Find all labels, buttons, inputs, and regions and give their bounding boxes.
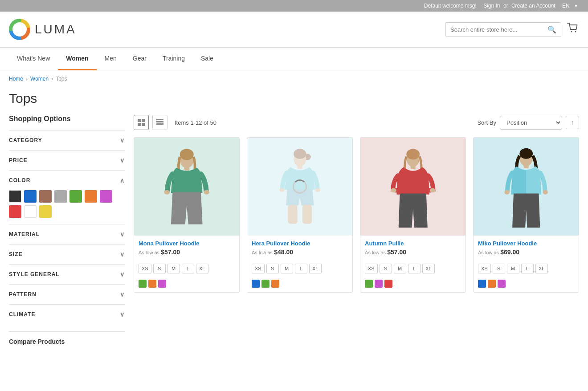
size-m-3[interactable]: M: [394, 264, 406, 273]
color-swatch-black[interactable]: [9, 190, 21, 203]
size-l-3[interactable]: L: [408, 264, 421, 273]
grid-view-button[interactable]: [134, 115, 149, 130]
cart-icon[interactable]: [567, 22, 579, 37]
nav-sale[interactable]: Sale: [193, 48, 221, 70]
product-color-green-1[interactable]: [139, 280, 147, 288]
color-swatch-brown[interactable]: [39, 190, 52, 203]
size-xs-2[interactable]: XS: [252, 264, 265, 273]
product-price-4: As low as $69.00: [478, 248, 574, 256]
size-l-4[interactable]: L: [521, 264, 534, 273]
size-s-2[interactable]: S: [266, 264, 279, 273]
product-color-purple-1[interactable]: [158, 280, 166, 288]
filter-price-header[interactable]: PRICE ∨: [9, 151, 125, 170]
size-xl-4[interactable]: XL: [535, 264, 548, 273]
filter-category-header[interactable]: CATEGORY ∨: [9, 130, 125, 150]
sort-select[interactable]: Position Product Name Price: [500, 116, 562, 130]
svg-rect-5: [138, 123, 141, 126]
main-nav: What's New Women Men Gear Training Sale: [0, 48, 588, 70]
svg-rect-8: [156, 121, 163, 122]
nav-whats-new[interactable]: What's New: [9, 48, 58, 70]
color-swatch-green[interactable]: [69, 190, 82, 203]
sign-in-link[interactable]: Sign In: [483, 3, 500, 9]
filter-color: COLOR ∧: [9, 170, 125, 224]
product-name-1[interactable]: Mona Pullover Hoodie: [139, 240, 235, 247]
size-s-1[interactable]: S: [153, 264, 166, 273]
product-color-green-3[interactable]: [365, 280, 373, 288]
size-xl-2[interactable]: XL: [309, 264, 322, 273]
product-name-3[interactable]: Autumn Pullie: [365, 240, 461, 247]
svg-point-23: [406, 149, 420, 159]
nav-men[interactable]: Men: [97, 48, 125, 70]
product-image-4: [474, 138, 579, 236]
size-xs-1[interactable]: XS: [139, 264, 151, 273]
product-card-4[interactable]: Miko Pullover Hoodie As low as $69.00 XS…: [473, 137, 579, 293]
product-card-3[interactable]: Autumn Pullie As low as $57.00 XS S M L …: [360, 137, 466, 293]
svg-point-28: [519, 148, 533, 159]
product-info-2: Hera Pullover Hoodie As low as $48.00: [247, 236, 352, 260]
search-input[interactable]: [450, 26, 547, 33]
toolbar: Items 1-12 of 50 Sort By Position Produc…: [134, 115, 579, 130]
product-name-4[interactable]: Miko Pullover Hoodie: [478, 240, 574, 247]
product-name-2[interactable]: Hera Pullover Hoodie: [252, 240, 348, 247]
product-color-purple-4[interactable]: [498, 280, 506, 288]
breadcrumb-women[interactable]: Women: [30, 76, 49, 82]
filter-pattern-header[interactable]: PATTERN ∨: [9, 285, 125, 304]
color-swatch-yellow[interactable]: [39, 205, 52, 218]
top-bar: Default welcome msg! Sign In or Create a…: [0, 0, 588, 12]
filter-climate-header[interactable]: CLIMATE ∨: [9, 305, 125, 324]
luma-logo-icon: [9, 19, 30, 40]
logo-area[interactable]: LUMA: [9, 19, 77, 40]
product-info-1: Mona Pullover Hoodie As low as $57.00: [134, 236, 239, 260]
sort-direction-button[interactable]: ↑: [566, 116, 579, 129]
size-xs-4[interactable]: XS: [478, 264, 491, 273]
size-m-1[interactable]: M: [167, 264, 180, 273]
size-m-2[interactable]: M: [281, 264, 293, 273]
create-account-link[interactable]: Create an Account: [511, 3, 555, 9]
product-card-1[interactable]: Mona Pullover Hoodie As low as $57.00 XS…: [134, 137, 240, 293]
size-xl-3[interactable]: XL: [422, 264, 435, 273]
size-s-4[interactable]: S: [493, 264, 505, 273]
product-color-purple-3[interactable]: [375, 280, 383, 288]
size-xl-1[interactable]: XL: [196, 264, 208, 273]
color-swatch-gray[interactable]: [54, 190, 67, 203]
product-area: Items 1-12 of 50 Sort By Position Produc…: [134, 115, 579, 345]
filter-size-header[interactable]: SIZE ∨: [9, 244, 125, 264]
filter-material-header[interactable]: MATERIAL ∨: [9, 224, 125, 244]
product-card-2[interactable]: Hera Pullover Hoodie As low as $48.00 XS…: [247, 137, 353, 293]
search-icon[interactable]: 🔍: [547, 25, 556, 34]
nav-women[interactable]: Women: [58, 48, 96, 70]
list-view-button[interactable]: [152, 115, 167, 130]
color-swatch-purple[interactable]: [100, 190, 112, 203]
color-swatch-white[interactable]: [24, 205, 37, 218]
filter-material: MATERIAL ∨: [9, 224, 125, 244]
filter-style-general-header[interactable]: STYLE GENERAL ∨: [9, 265, 125, 284]
color-swatch-red[interactable]: [9, 205, 21, 218]
product-color-orange-2[interactable]: [271, 280, 279, 288]
product-color-orange-4[interactable]: [488, 280, 496, 288]
product-color-red-3[interactable]: [384, 280, 392, 288]
size-l-1[interactable]: L: [182, 264, 194, 273]
color-swatch-blue[interactable]: [24, 190, 37, 203]
size-l-2[interactable]: L: [295, 264, 307, 273]
filter-color-header[interactable]: COLOR ∧: [9, 171, 125, 190]
svg-rect-14: [184, 166, 189, 171]
size-m-4[interactable]: M: [507, 264, 519, 273]
size-s-3[interactable]: S: [380, 264, 392, 273]
nav-training[interactable]: Training: [155, 48, 193, 70]
product-color-blue-4[interactable]: [478, 280, 486, 288]
compare-products[interactable]: Compare Products: [9, 331, 125, 345]
size-xs-3[interactable]: XS: [365, 264, 378, 273]
breadcrumb-home[interactable]: Home: [9, 76, 23, 82]
language-selector[interactable]: EN: [562, 3, 570, 9]
svg-rect-26: [410, 165, 415, 169]
product-color-blue-2[interactable]: [252, 280, 260, 288]
product-color-orange-1[interactable]: [148, 280, 156, 288]
color-swatch-orange[interactable]: [85, 190, 97, 203]
svg-point-29: [504, 190, 509, 195]
loading-overlay-2: [247, 138, 352, 236]
filter-color-chevron-icon: ∧: [120, 177, 125, 184]
nav-gear[interactable]: Gear: [125, 48, 155, 70]
product-colors-1: [134, 277, 239, 292]
product-color-green-2[interactable]: [261, 280, 270, 288]
svg-rect-31: [523, 164, 528, 168]
